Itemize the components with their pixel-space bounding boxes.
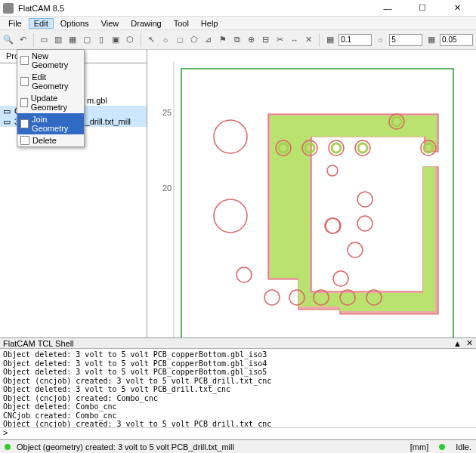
svg-point-21 (357, 216, 372, 231)
copy-icon[interactable]: ⧉ (231, 33, 243, 47)
shell-output[interactable]: Object deleted: 3 volt to 5 volt PCB_cop… (0, 349, 476, 427)
status-dot-icon (5, 444, 11, 450)
svg-point-12 (214, 199, 247, 233)
snap2-icon[interactable]: ▦ (425, 33, 437, 47)
doc-icon (20, 98, 28, 107)
geometry-icon: ▭ (3, 117, 12, 126)
menu-file[interactable]: File (3, 18, 27, 29)
doc-icon[interactable]: ▥ (53, 33, 64, 47)
window-buttons: — ☐ ✕ (375, 1, 470, 16)
doc-icon (20, 77, 29, 86)
maximize-button[interactable]: ☐ (410, 1, 435, 16)
svg-point-19 (327, 165, 338, 176)
idle-dot-icon (439, 444, 445, 450)
doc-icon (20, 136, 29, 145)
grid-icon[interactable]: ▦ (67, 33, 79, 47)
main-area: Project ool New Geometry Edit Geometry U… (0, 50, 476, 337)
minimize-button[interactable]: — (375, 1, 400, 16)
menu-tool[interactable]: Tool (168, 18, 194, 29)
rect-icon[interactable]: ▢ (82, 33, 93, 47)
symbol-icon[interactable]: ⬡ (125, 33, 136, 47)
toolbar: 🔍 ↶ ▭ ▥ ▦ ▢ ▯ ▣ ⬡ ↖ ○ □ ⬠ ⊿ ⚑ ⧉ ⊕ ⊟ ✂ ↔ … (0, 30, 476, 50)
pointer-icon[interactable]: ↖ (146, 33, 157, 47)
menu-edit-geometry[interactable]: Edit Geometry (17, 71, 84, 92)
status-idle: Idle. (456, 442, 471, 451)
status-message: Object (geometry) created: 3 volt to 5 v… (17, 442, 234, 451)
svg-point-26 (264, 290, 280, 305)
label: Delete (32, 136, 57, 145)
plot-canvas[interactable]: 0 5 10 15 20 25 25 20 (147, 50, 476, 337)
svg-point-20 (357, 192, 372, 207)
label: New Geometry (32, 51, 81, 69)
menu-update-geometry[interactable]: Update Geometry (17, 92, 84, 113)
menu-join-geometry[interactable]: Join Geometry (17, 113, 84, 134)
svg-point-34 (332, 143, 341, 153)
svg-point-35 (358, 143, 367, 153)
shell-prompt[interactable]: > (0, 427, 476, 439)
shell-title: FlatCAM TCL Shell (3, 339, 453, 348)
doc-icon (20, 56, 29, 65)
subtract-icon[interactable]: ⊟ (260, 33, 271, 47)
svg-text:25: 25 (162, 108, 172, 117)
separator (319, 33, 320, 47)
union-icon[interactable]: ⊕ (246, 33, 257, 47)
undo-icon[interactable]: ↶ (17, 33, 29, 47)
label: Edit Geometry (32, 72, 81, 91)
separator (141, 33, 141, 47)
square-icon[interactable]: □ (174, 33, 185, 47)
menu-view[interactable]: View (96, 18, 125, 29)
label: Update Geometry (31, 94, 81, 112)
snap-icon[interactable]: ▦ (324, 33, 335, 47)
svg-point-23 (348, 242, 363, 257)
cut-icon[interactable]: ✂ (274, 33, 286, 47)
svg-point-25 (326, 218, 341, 233)
svg-point-11 (214, 120, 247, 153)
menu-options[interactable]: Options (55, 18, 94, 29)
circle2-icon[interactable]: ○ (375, 33, 386, 47)
window-title: FlatCAM 8.5 (18, 4, 375, 13)
shell-up-icon[interactable]: ▲ (453, 339, 462, 348)
grid-x-input[interactable] (338, 34, 372, 46)
fill-icon[interactable]: ▣ (110, 33, 122, 47)
file-icon[interactable]: ▭ (39, 33, 50, 47)
svg-point-31 (236, 267, 252, 282)
label: Join Geometry (32, 115, 81, 133)
zoom-icon[interactable]: 🔍 (3, 33, 14, 47)
circle-icon[interactable]: ○ (160, 33, 172, 47)
menu-drawing[interactable]: Drawing (125, 18, 166, 29)
svg-point-24 (333, 271, 348, 286)
svg-text:20: 20 (162, 183, 172, 193)
pcb-plot: 0 5 10 15 20 25 25 20 (147, 50, 476, 337)
status-units: [mm] (410, 442, 428, 451)
menu-edit[interactable]: Edit (29, 18, 54, 29)
move-icon[interactable]: ↔ (289, 33, 300, 47)
path-icon[interactable]: ⬠ (188, 33, 199, 47)
status-bar: Object (geometry) created: 3 volt to 5 v… (0, 439, 476, 453)
menu-delete[interactable]: Delete (17, 134, 84, 146)
side-panel: Project ool New Geometry Edit Geometry U… (0, 50, 147, 337)
edit-dropdown: New Geometry Edit Geometry Update Geomet… (17, 49, 85, 147)
label: m.gbl (87, 96, 107, 105)
geometry-icon: ▭ (3, 106, 12, 116)
flag-icon[interactable]: ⚑ (217, 33, 228, 47)
menu-help[interactable]: Help (196, 18, 224, 29)
doc-icon (20, 119, 29, 128)
close-button[interactable]: ✕ (444, 1, 470, 16)
menu-new-geometry[interactable]: New Geometry (17, 50, 84, 71)
delete-icon[interactable]: ✕ (303, 33, 314, 47)
app-icon (3, 3, 14, 14)
menu-bar: File Edit Options View Drawing Tool Help (0, 17, 476, 30)
tcl-shell: FlatCAM TCL Shell ▲ ✕ Object deleted: 3 … (0, 337, 476, 439)
page-icon[interactable]: ▯ (96, 33, 107, 47)
shell-header: FlatCAM TCL Shell ▲ ✕ (0, 338, 476, 349)
separator (33, 33, 34, 47)
line-icon[interactable]: ⊿ (202, 33, 214, 47)
shell-close-icon[interactable]: ✕ (466, 338, 473, 348)
grid-y-input[interactable] (389, 34, 422, 46)
tol-input[interactable] (440, 34, 473, 46)
title-bar: FlatCAM 8.5 — ☐ ✕ (0, 0, 476, 17)
